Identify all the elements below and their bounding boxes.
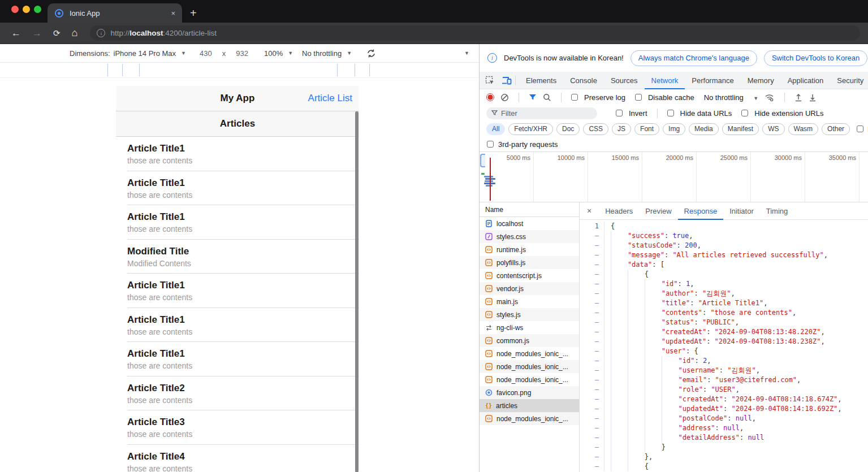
filter-chip-media[interactable]: Media bbox=[689, 123, 719, 135]
rotate-icon[interactable] bbox=[366, 49, 376, 58]
devtools-tab-network[interactable]: Network bbox=[645, 72, 685, 89]
preserve-log-checkbox[interactable] bbox=[571, 94, 578, 101]
inspect-element-icon[interactable] bbox=[485, 76, 495, 85]
disable-cache-checkbox[interactable] bbox=[635, 94, 642, 101]
detail-tab-initiator[interactable]: Initiator bbox=[723, 202, 760, 220]
filter-chip-img[interactable]: Img bbox=[663, 123, 685, 135]
device-select[interactable]: Dimensions: iPhone 14 Pro Max ▼ bbox=[70, 49, 186, 58]
article-list-item[interactable]: Article Title1those are contents bbox=[116, 171, 359, 206]
macos-minimize-button[interactable] bbox=[23, 6, 30, 13]
network-request-row[interactable]: vendor.js bbox=[480, 282, 579, 295]
address-bar[interactable]: i http://localhost:4200/article-list bbox=[90, 25, 860, 41]
more-options-icon[interactable]: ▼ bbox=[464, 50, 469, 56]
switch-korean-button[interactable]: Switch DevTools to Korean bbox=[764, 50, 867, 66]
article-list-item[interactable]: Modified TitleModified Contents bbox=[116, 240, 359, 274]
network-request-row[interactable]: styles.js bbox=[480, 308, 579, 321]
filter-icon[interactable] bbox=[529, 94, 537, 101]
devtools-tab-sources[interactable]: Sources bbox=[604, 72, 645, 89]
home-icon[interactable]: ⌂ bbox=[72, 27, 78, 39]
network-request-row[interactable]: polyfills.js bbox=[480, 256, 579, 269]
network-request-row[interactable]: node_modules_ionic_... bbox=[480, 347, 579, 360]
filter-chip-ws[interactable]: WS bbox=[762, 123, 784, 135]
invert-checkbox[interactable] bbox=[616, 110, 623, 116]
network-request-row[interactable]: node_modules_ionic_... bbox=[480, 412, 579, 425]
filter-chip-wasm[interactable]: Wasm bbox=[788, 123, 819, 135]
article-list-item[interactable]: Article Title1those are contents bbox=[116, 137, 359, 171]
filter-chip-manifest[interactable]: Manifest bbox=[722, 123, 759, 135]
filter-chip-js[interactable]: JS bbox=[612, 123, 631, 135]
network-request-row[interactable]: localhost bbox=[480, 217, 579, 230]
filter-chip-all[interactable]: All bbox=[486, 123, 505, 135]
device-scrollbar[interactable] bbox=[355, 111, 359, 472]
request-name: styles.js bbox=[496, 311, 521, 319]
detail-tab-timing[interactable]: Timing bbox=[760, 202, 794, 220]
filter-chip-font[interactable]: Font bbox=[634, 123, 659, 135]
filter-chip-css[interactable]: CSS bbox=[583, 123, 608, 135]
network-request-row[interactable]: favicon.png bbox=[480, 386, 579, 399]
import-har-icon[interactable] bbox=[794, 93, 802, 102]
throttling-select[interactable]: No throttling▼ bbox=[302, 49, 352, 58]
article-list-item[interactable]: Article Title3those are contents bbox=[116, 410, 359, 445]
network-request-row[interactable]: common.js bbox=[480, 334, 579, 347]
article-list-item[interactable]: Article Title1those are contents bbox=[116, 274, 359, 308]
site-info-icon[interactable]: i bbox=[97, 29, 105, 37]
network-request-row[interactable]: main.js bbox=[480, 295, 579, 308]
network-request-row[interactable]: runtime.js bbox=[480, 243, 579, 256]
devtools-tab-security[interactable]: Security bbox=[830, 72, 868, 89]
filter-input[interactable]: Filter bbox=[486, 107, 597, 119]
back-icon[interactable]: ← bbox=[11, 28, 21, 39]
macos-zoom-button[interactable] bbox=[34, 6, 41, 13]
overview-window-handle[interactable] bbox=[480, 154, 485, 167]
network-request-row[interactable]: node_modules_ionic_... bbox=[480, 373, 579, 386]
article-list-item[interactable]: Article Title1those are contents bbox=[116, 308, 359, 343]
throttling-select[interactable]: No throttling ▼ bbox=[704, 93, 759, 102]
response-body: 1{–"success": true,–"statusCode": 200,–"… bbox=[580, 220, 868, 471]
blocked-response-cookies-checkbox[interactable] bbox=[857, 125, 863, 132]
detail-tab-headers[interactable]: Headers bbox=[599, 202, 639, 220]
reload-icon[interactable]: ⟳ bbox=[53, 28, 61, 38]
tab-close-icon[interactable]: × bbox=[171, 9, 175, 18]
detail-tab-response[interactable]: Response bbox=[678, 202, 724, 220]
browser-tab[interactable]: Ionic App × bbox=[47, 3, 182, 23]
article-list-item[interactable]: Article Title1those are contents bbox=[116, 342, 359, 376]
filter-chip-other[interactable]: Other bbox=[822, 123, 850, 135]
export-har-icon[interactable] bbox=[809, 93, 817, 102]
macos-close-button[interactable] bbox=[11, 6, 19, 13]
filter-chip-doc[interactable]: Doc bbox=[556, 123, 580, 135]
network-request-row[interactable]: {}articles bbox=[480, 399, 579, 412]
network-conditions-icon[interactable] bbox=[765, 93, 775, 102]
record-icon[interactable] bbox=[486, 93, 494, 101]
articles-subheader: Articles bbox=[116, 111, 359, 137]
match-language-button[interactable]: Always match Chrome's language bbox=[631, 50, 757, 66]
filter-chip-fetchxhr[interactable]: Fetch/XHR bbox=[508, 123, 553, 135]
devtools-tab-application[interactable]: Application bbox=[781, 72, 831, 89]
detail-tab-preview[interactable]: Preview bbox=[639, 202, 677, 220]
article-list-link[interactable]: Article List bbox=[308, 93, 352, 104]
script-icon bbox=[485, 350, 493, 357]
device-width-field[interactable]: 430 bbox=[200, 49, 212, 58]
zoom-select[interactable]: 100%▼ bbox=[264, 49, 293, 58]
network-request-row[interactable]: ng-cli-ws bbox=[480, 321, 579, 334]
devtools-tab-console[interactable]: Console bbox=[563, 72, 604, 89]
close-detail-icon[interactable]: × bbox=[580, 206, 599, 215]
network-request-row[interactable]: contentscript.js bbox=[480, 269, 579, 282]
name-column-header[interactable]: Name bbox=[480, 202, 579, 217]
search-icon[interactable] bbox=[543, 93, 551, 102]
article-list-item[interactable]: Article Title4those are contents bbox=[116, 445, 359, 472]
hide-extension-urls-checkbox[interactable] bbox=[741, 110, 748, 116]
network-request-row[interactable]: node_modules_ionic_... bbox=[480, 360, 579, 373]
devtools-tab-performance[interactable]: Performance bbox=[685, 72, 740, 89]
third-party-checkbox[interactable] bbox=[487, 141, 494, 148]
network-overview-timeline[interactable]: 5000 ms10000 ms15000 ms20000 ms25000 ms3… bbox=[480, 151, 868, 202]
forward-icon[interactable]: → bbox=[32, 28, 42, 39]
network-request-row[interactable]: styles.css bbox=[480, 230, 579, 243]
new-tab-button[interactable]: + bbox=[190, 5, 197, 21]
hide-data-urls-checkbox[interactable] bbox=[667, 110, 674, 116]
device-height-field[interactable]: 932 bbox=[236, 49, 248, 58]
article-list-item[interactable]: Article Title2those are contents bbox=[116, 376, 359, 411]
devtools-tab-elements[interactable]: Elements bbox=[519, 72, 563, 89]
devtools-tab-memory[interactable]: Memory bbox=[741, 72, 781, 89]
clear-icon[interactable] bbox=[500, 93, 509, 102]
toggle-device-toolbar-icon[interactable] bbox=[502, 76, 512, 85]
article-list-item[interactable]: Article Title1those are contents bbox=[116, 205, 359, 240]
